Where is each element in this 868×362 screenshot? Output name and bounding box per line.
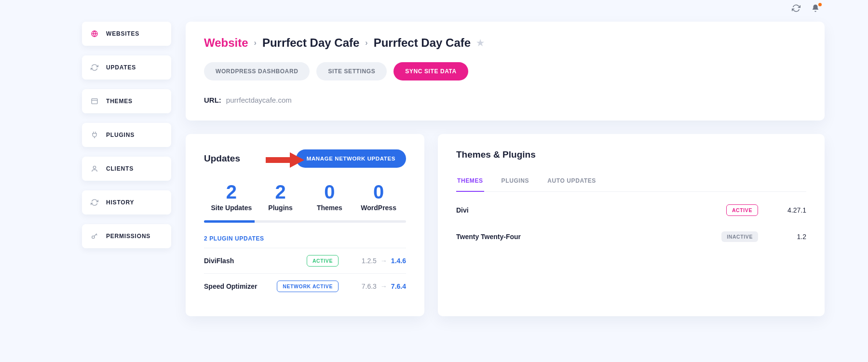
progress-fill (204, 220, 255, 223)
chevron-right-icon: › (365, 39, 367, 47)
sync-site-data-button[interactable]: SYNC SITE DATA (393, 62, 468, 80)
breadcrumb-item[interactable]: Purrfect Day Cafe (262, 36, 359, 50)
refresh-icon[interactable] (792, 4, 800, 13)
refresh-icon (91, 64, 98, 71)
plugin-update-list: DiviFlash ACTIVE 1.2.5 → 1.4.6 Speed Opt… (204, 248, 406, 299)
theme-version: 1.2 (758, 233, 806, 241)
tab-auto-updates[interactable]: AUTO UPDATES (546, 172, 597, 192)
theme-name: Divi (456, 206, 726, 214)
globe-icon (91, 30, 98, 38)
themes-list: Divi ACTIVE 4.27.1 Twenty Twenty-Four IN… (456, 197, 806, 250)
status-badge: ACTIVE (726, 204, 758, 216)
plugin-update-row[interactable]: DiviFlash ACTIVE 1.2.5 → 1.4.6 (204, 248, 406, 273)
stats-row: 2 Site Updates 2 Plugins 0 Themes 0 Word… (204, 181, 406, 212)
version-new: 7.6.4 (391, 282, 406, 290)
sidebar-item-permissions[interactable]: PERMISSIONS (82, 224, 171, 248)
url-label: URL: (204, 96, 221, 104)
sidebar-item-label: UPDATES (106, 64, 136, 71)
layout-icon (91, 97, 98, 105)
star-icon[interactable]: ★ (476, 38, 484, 48)
theme-name: Twenty Twenty-Four (456, 233, 721, 241)
stat-plugins: 2 Plugins (256, 181, 305, 212)
status-badge: INACTIVE (721, 231, 758, 242)
sidebar-item-label: HISTORY (106, 199, 134, 206)
version-new: 1.4.6 (391, 257, 406, 265)
plugin-name: DiviFlash (204, 257, 307, 265)
breadcrumb-current: Purrfect Day Cafe (374, 36, 471, 50)
stat-label: Site Updates (207, 204, 256, 212)
themes-plugins-title: Themes & Plugins (456, 149, 806, 160)
stat-label: WordPress (354, 204, 403, 212)
sidebar-item-themes[interactable]: THEMES (82, 89, 171, 113)
sidebar-item-label: THEMES (106, 98, 133, 105)
sidebar-item-plugins[interactable]: PLUGINS (82, 123, 171, 147)
svg-point-3 (92, 236, 95, 238)
tab-plugins[interactable]: PLUGINS (501, 172, 530, 192)
stat-number: 0 (305, 181, 354, 203)
theme-row[interactable]: Twenty Twenty-Four INACTIVE 1.2 (456, 224, 806, 250)
sidebar-item-websites[interactable]: WEBSITES (82, 22, 171, 46)
svg-rect-1 (92, 99, 97, 104)
breadcrumb: Website › Purrfect Day Cafe › Purrfect D… (204, 36, 806, 50)
sidebar: WEBSITES UPDATES THEMES PLUGINS CLIENTS (82, 22, 171, 316)
url-value: purrfectdaycafe.com (226, 96, 292, 104)
stat-number: 2 (256, 181, 305, 203)
main-content: Website › Purrfect Day Cafe › Purrfect D… (186, 22, 825, 316)
stat-label: Themes (305, 204, 354, 212)
bell-icon[interactable] (811, 4, 820, 13)
theme-version: 4.27.1 (758, 206, 806, 214)
theme-row[interactable]: Divi ACTIVE 4.27.1 (456, 197, 806, 224)
sidebar-item-clients[interactable]: CLIENTS (82, 157, 171, 181)
site-settings-button[interactable]: SITE SETTINGS (316, 62, 387, 80)
stat-number: 0 (354, 181, 403, 203)
refresh-icon (91, 199, 98, 206)
site-header-card: Website › Purrfect Day Cafe › Purrfect D… (186, 22, 825, 121)
user-icon (91, 165, 98, 173)
plugin-updates-subheading: 2 PLUGIN UPDATES (204, 235, 406, 242)
tab-themes[interactable]: THEMES (456, 172, 484, 192)
status-badge: ACTIVE (307, 255, 339, 267)
stat-label: Plugins (256, 204, 305, 212)
plugin-update-row[interactable]: Speed Optimizer NETWORK ACTIVE 7.6.3 → 7… (204, 273, 406, 299)
sidebar-item-label: CLIENTS (106, 165, 134, 172)
arrow-right-icon: → (380, 282, 387, 290)
updates-title: Updates (204, 153, 240, 164)
version-old: 7.6.3 (362, 282, 377, 290)
progress-bar (204, 220, 406, 223)
key-icon (91, 232, 98, 240)
stat-number: 2 (207, 181, 256, 203)
themes-plugins-panel: Themes & Plugins THEMES PLUGINS AUTO UPD… (438, 134, 825, 316)
sidebar-item-label: WEBSITES (106, 30, 139, 37)
svg-point-2 (93, 166, 95, 169)
sidebar-item-label: PERMISSIONS (106, 233, 150, 240)
notification-dot (818, 3, 822, 6)
version-old: 1.2.5 (362, 257, 377, 265)
stat-site-updates: 2 Site Updates (207, 181, 256, 212)
status-badge: NETWORK ACTIVE (277, 281, 339, 292)
sidebar-item-history[interactable]: HISTORY (82, 190, 171, 215)
sidebar-item-updates[interactable]: UPDATES (82, 55, 171, 80)
tabs: THEMES PLUGINS AUTO UPDATES (456, 172, 806, 192)
updates-panel: Updates MANAGE NETWORK UPDATES 2 Site Up… (186, 134, 424, 316)
chevron-right-icon: › (254, 39, 257, 47)
stat-themes: 0 Themes (305, 181, 354, 212)
wordpress-dashboard-button[interactable]: WORDPRESS DASHBOARD (204, 62, 310, 80)
manage-network-updates-button[interactable]: MANAGE NETWORK UPDATES (296, 149, 406, 168)
plugin-name: Speed Optimizer (204, 282, 277, 290)
plug-icon (91, 131, 98, 139)
arrow-right-icon: → (380, 257, 387, 265)
breadcrumb-root[interactable]: Website (204, 36, 248, 50)
sidebar-item-label: PLUGINS (106, 132, 135, 138)
stat-wordpress: 0 WordPress (354, 181, 403, 212)
